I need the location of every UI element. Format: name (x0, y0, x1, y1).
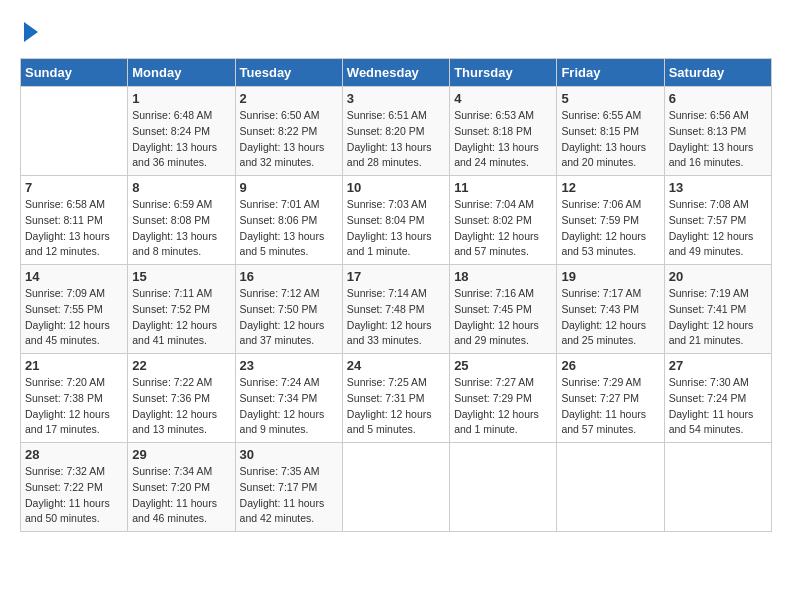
day-of-week-header: Thursday (450, 59, 557, 87)
day-number: 2 (240, 91, 338, 106)
day-info: Sunrise: 7:35 AMSunset: 7:17 PMDaylight:… (240, 464, 338, 527)
day-number: 19 (561, 269, 659, 284)
day-info: Sunrise: 6:59 AMSunset: 8:08 PMDaylight:… (132, 197, 230, 260)
calendar-cell: 17Sunrise: 7:14 AMSunset: 7:48 PMDayligh… (342, 265, 449, 354)
logo (20, 20, 38, 42)
day-number: 30 (240, 447, 338, 462)
day-number: 13 (669, 180, 767, 195)
day-number: 16 (240, 269, 338, 284)
calendar-cell: 28Sunrise: 7:32 AMSunset: 7:22 PMDayligh… (21, 443, 128, 532)
day-number: 6 (669, 91, 767, 106)
day-number: 14 (25, 269, 123, 284)
day-info: Sunrise: 7:32 AMSunset: 7:22 PMDaylight:… (25, 464, 123, 527)
day-number: 4 (454, 91, 552, 106)
calendar-cell: 30Sunrise: 7:35 AMSunset: 7:17 PMDayligh… (235, 443, 342, 532)
day-number: 29 (132, 447, 230, 462)
page-header (20, 20, 772, 42)
calendar-cell: 11Sunrise: 7:04 AMSunset: 8:02 PMDayligh… (450, 176, 557, 265)
day-number: 7 (25, 180, 123, 195)
day-info: Sunrise: 6:55 AMSunset: 8:15 PMDaylight:… (561, 108, 659, 171)
calendar-cell (21, 87, 128, 176)
calendar-cell: 13Sunrise: 7:08 AMSunset: 7:57 PMDayligh… (664, 176, 771, 265)
day-number: 1 (132, 91, 230, 106)
calendar-week-row: 7Sunrise: 6:58 AMSunset: 8:11 PMDaylight… (21, 176, 772, 265)
calendar-cell: 23Sunrise: 7:24 AMSunset: 7:34 PMDayligh… (235, 354, 342, 443)
calendar-header-row: SundayMondayTuesdayWednesdayThursdayFrid… (21, 59, 772, 87)
day-number: 20 (669, 269, 767, 284)
calendar-cell: 24Sunrise: 7:25 AMSunset: 7:31 PMDayligh… (342, 354, 449, 443)
day-info: Sunrise: 7:22 AMSunset: 7:36 PMDaylight:… (132, 375, 230, 438)
calendar-cell: 4Sunrise: 6:53 AMSunset: 8:18 PMDaylight… (450, 87, 557, 176)
day-number: 12 (561, 180, 659, 195)
day-number: 24 (347, 358, 445, 373)
day-number: 28 (25, 447, 123, 462)
calendar-cell (450, 443, 557, 532)
day-info: Sunrise: 7:01 AMSunset: 8:06 PMDaylight:… (240, 197, 338, 260)
day-number: 8 (132, 180, 230, 195)
calendar-cell: 9Sunrise: 7:01 AMSunset: 8:06 PMDaylight… (235, 176, 342, 265)
day-info: Sunrise: 7:29 AMSunset: 7:27 PMDaylight:… (561, 375, 659, 438)
calendar-week-row: 1Sunrise: 6:48 AMSunset: 8:24 PMDaylight… (21, 87, 772, 176)
day-info: Sunrise: 7:09 AMSunset: 7:55 PMDaylight:… (25, 286, 123, 349)
day-info: Sunrise: 7:24 AMSunset: 7:34 PMDaylight:… (240, 375, 338, 438)
calendar-cell: 5Sunrise: 6:55 AMSunset: 8:15 PMDaylight… (557, 87, 664, 176)
day-info: Sunrise: 7:25 AMSunset: 7:31 PMDaylight:… (347, 375, 445, 438)
day-info: Sunrise: 6:53 AMSunset: 8:18 PMDaylight:… (454, 108, 552, 171)
day-info: Sunrise: 7:34 AMSunset: 7:20 PMDaylight:… (132, 464, 230, 527)
calendar-cell: 1Sunrise: 6:48 AMSunset: 8:24 PMDaylight… (128, 87, 235, 176)
day-info: Sunrise: 6:48 AMSunset: 8:24 PMDaylight:… (132, 108, 230, 171)
day-number: 26 (561, 358, 659, 373)
calendar-cell: 8Sunrise: 6:59 AMSunset: 8:08 PMDaylight… (128, 176, 235, 265)
day-number: 3 (347, 91, 445, 106)
day-info: Sunrise: 7:16 AMSunset: 7:45 PMDaylight:… (454, 286, 552, 349)
day-info: Sunrise: 7:12 AMSunset: 7:50 PMDaylight:… (240, 286, 338, 349)
calendar-cell: 20Sunrise: 7:19 AMSunset: 7:41 PMDayligh… (664, 265, 771, 354)
day-number: 9 (240, 180, 338, 195)
calendar-cell: 6Sunrise: 6:56 AMSunset: 8:13 PMDaylight… (664, 87, 771, 176)
day-info: Sunrise: 6:50 AMSunset: 8:22 PMDaylight:… (240, 108, 338, 171)
day-info: Sunrise: 7:30 AMSunset: 7:24 PMDaylight:… (669, 375, 767, 438)
calendar-week-row: 21Sunrise: 7:20 AMSunset: 7:38 PMDayligh… (21, 354, 772, 443)
day-number: 5 (561, 91, 659, 106)
calendar-cell: 14Sunrise: 7:09 AMSunset: 7:55 PMDayligh… (21, 265, 128, 354)
day-number: 18 (454, 269, 552, 284)
day-of-week-header: Wednesday (342, 59, 449, 87)
day-number: 21 (25, 358, 123, 373)
calendar-cell: 3Sunrise: 6:51 AMSunset: 8:20 PMDaylight… (342, 87, 449, 176)
day-of-week-header: Friday (557, 59, 664, 87)
calendar-cell (557, 443, 664, 532)
day-info: Sunrise: 7:04 AMSunset: 8:02 PMDaylight:… (454, 197, 552, 260)
calendar-cell: 29Sunrise: 7:34 AMSunset: 7:20 PMDayligh… (128, 443, 235, 532)
day-number: 23 (240, 358, 338, 373)
day-info: Sunrise: 6:58 AMSunset: 8:11 PMDaylight:… (25, 197, 123, 260)
logo-arrow-icon (24, 22, 38, 42)
day-number: 17 (347, 269, 445, 284)
calendar-week-row: 14Sunrise: 7:09 AMSunset: 7:55 PMDayligh… (21, 265, 772, 354)
calendar-cell: 26Sunrise: 7:29 AMSunset: 7:27 PMDayligh… (557, 354, 664, 443)
calendar-cell: 21Sunrise: 7:20 AMSunset: 7:38 PMDayligh… (21, 354, 128, 443)
calendar-table: SundayMondayTuesdayWednesdayThursdayFrid… (20, 58, 772, 532)
day-of-week-header: Tuesday (235, 59, 342, 87)
day-info: Sunrise: 6:56 AMSunset: 8:13 PMDaylight:… (669, 108, 767, 171)
day-number: 25 (454, 358, 552, 373)
day-number: 10 (347, 180, 445, 195)
day-info: Sunrise: 7:19 AMSunset: 7:41 PMDaylight:… (669, 286, 767, 349)
calendar-cell: 25Sunrise: 7:27 AMSunset: 7:29 PMDayligh… (450, 354, 557, 443)
day-info: Sunrise: 7:17 AMSunset: 7:43 PMDaylight:… (561, 286, 659, 349)
calendar-cell: 27Sunrise: 7:30 AMSunset: 7:24 PMDayligh… (664, 354, 771, 443)
day-info: Sunrise: 7:27 AMSunset: 7:29 PMDaylight:… (454, 375, 552, 438)
day-info: Sunrise: 6:51 AMSunset: 8:20 PMDaylight:… (347, 108, 445, 171)
calendar-cell: 18Sunrise: 7:16 AMSunset: 7:45 PMDayligh… (450, 265, 557, 354)
day-number: 27 (669, 358, 767, 373)
day-info: Sunrise: 7:11 AMSunset: 7:52 PMDaylight:… (132, 286, 230, 349)
calendar-cell: 19Sunrise: 7:17 AMSunset: 7:43 PMDayligh… (557, 265, 664, 354)
day-number: 11 (454, 180, 552, 195)
calendar-cell: 2Sunrise: 6:50 AMSunset: 8:22 PMDaylight… (235, 87, 342, 176)
day-info: Sunrise: 7:06 AMSunset: 7:59 PMDaylight:… (561, 197, 659, 260)
day-info: Sunrise: 7:14 AMSunset: 7:48 PMDaylight:… (347, 286, 445, 349)
day-of-week-header: Sunday (21, 59, 128, 87)
calendar-cell: 15Sunrise: 7:11 AMSunset: 7:52 PMDayligh… (128, 265, 235, 354)
calendar-cell: 12Sunrise: 7:06 AMSunset: 7:59 PMDayligh… (557, 176, 664, 265)
day-info: Sunrise: 7:03 AMSunset: 8:04 PMDaylight:… (347, 197, 445, 260)
day-of-week-header: Saturday (664, 59, 771, 87)
